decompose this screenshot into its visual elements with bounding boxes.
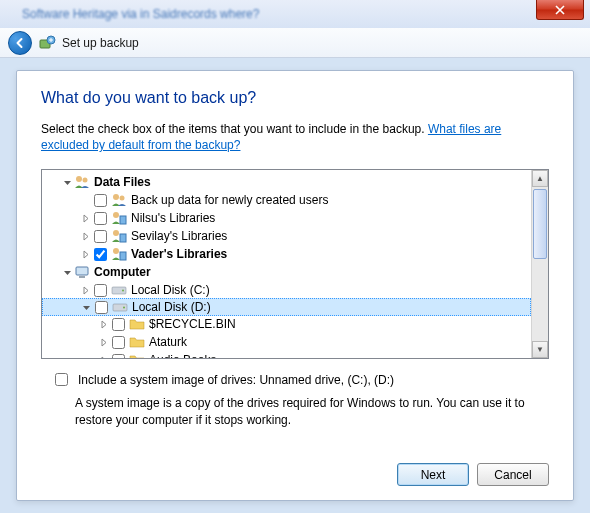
svg-rect-11 bbox=[120, 252, 126, 260]
scroll-down-button[interactable]: ▼ bbox=[532, 341, 548, 358]
scroll-track[interactable] bbox=[532, 187, 548, 341]
node-label: Sevilay's Libraries bbox=[131, 229, 227, 243]
scroll-thumb[interactable] bbox=[533, 189, 547, 259]
svg-point-3 bbox=[83, 178, 88, 183]
checkbox-ataturk[interactable] bbox=[112, 336, 125, 349]
close-button[interactable] bbox=[536, 0, 584, 20]
svg-point-2 bbox=[76, 176, 82, 182]
collapse-icon[interactable] bbox=[60, 175, 74, 189]
tree-node-computer[interactable]: Computer bbox=[42, 263, 531, 281]
node-label: Data Files bbox=[94, 175, 151, 189]
user-libraries-icon bbox=[111, 246, 127, 262]
instruction-prefix: Select the check box of the items that y… bbox=[41, 122, 428, 136]
next-button[interactable]: Next bbox=[397, 463, 469, 486]
checkbox-new-users[interactable] bbox=[94, 194, 107, 207]
checkbox-system-image[interactable] bbox=[55, 373, 68, 386]
cancel-button[interactable]: Cancel bbox=[477, 463, 549, 486]
expand-icon[interactable] bbox=[78, 229, 92, 243]
svg-rect-9 bbox=[120, 234, 126, 242]
checkbox-d-drive[interactable] bbox=[95, 301, 108, 314]
header-title: Set up backup bbox=[62, 36, 139, 50]
back-arrow-icon bbox=[14, 37, 26, 49]
checkbox-audio[interactable] bbox=[112, 354, 125, 359]
user-libraries-icon bbox=[111, 228, 127, 244]
header-bar: Set up backup bbox=[0, 28, 590, 58]
svg-point-8 bbox=[113, 230, 119, 236]
computer-icon bbox=[74, 264, 90, 280]
folder-icon bbox=[129, 316, 145, 332]
tree-node-new-users[interactable]: Back up data for newly created users bbox=[42, 191, 531, 209]
collapse-icon[interactable] bbox=[60, 265, 74, 279]
checkbox-recycle[interactable] bbox=[112, 318, 125, 331]
svg-point-4 bbox=[113, 194, 119, 200]
backup-icon bbox=[38, 34, 56, 52]
checkbox-nilsu[interactable] bbox=[94, 212, 107, 225]
node-label: Back up data for newly created users bbox=[131, 193, 328, 207]
node-label: Computer bbox=[94, 265, 151, 279]
tree-node-nilsu[interactable]: Nilsu's Libraries bbox=[42, 209, 531, 227]
user-libraries-icon bbox=[111, 210, 127, 226]
folder-icon bbox=[129, 334, 145, 350]
collapse-icon[interactable] bbox=[79, 300, 93, 314]
drive-icon bbox=[111, 282, 127, 298]
node-label: Ataturk bbox=[149, 335, 187, 349]
backup-tree: Data Files Back up data for newly create… bbox=[41, 169, 549, 359]
node-label: Local Disk (C:) bbox=[131, 283, 210, 297]
svg-rect-13 bbox=[79, 276, 85, 278]
svg-rect-7 bbox=[120, 216, 126, 224]
expand-icon[interactable] bbox=[96, 335, 110, 349]
button-row: Next Cancel bbox=[41, 453, 549, 486]
instruction-text: Select the check box of the items that y… bbox=[41, 121, 549, 153]
svg-rect-12 bbox=[76, 267, 88, 275]
checkbox-sevilay[interactable] bbox=[94, 230, 107, 243]
tree-node-audio[interactable]: Audio Books bbox=[42, 351, 531, 358]
users-icon bbox=[111, 192, 127, 208]
svg-point-5 bbox=[120, 196, 125, 201]
node-label: $RECYCLE.BIN bbox=[149, 317, 236, 331]
scrollbar[interactable]: ▲ ▼ bbox=[531, 170, 548, 358]
scroll-up-button[interactable]: ▲ bbox=[532, 170, 548, 187]
expand-icon[interactable] bbox=[78, 283, 92, 297]
node-label: Audio Books bbox=[149, 353, 216, 358]
expand-icon[interactable] bbox=[96, 353, 110, 358]
title-bar: Software Heritage via in Saidrecords whe… bbox=[0, 0, 590, 28]
tree-node-d-drive[interactable]: Local Disk (D:) bbox=[42, 298, 531, 316]
close-icon bbox=[555, 5, 565, 15]
page-heading: What do you want to back up? bbox=[41, 89, 549, 107]
svg-point-6 bbox=[113, 212, 119, 218]
drive-icon bbox=[112, 299, 128, 315]
system-image-label: Include a system image of drives: Unname… bbox=[78, 373, 394, 387]
svg-point-17 bbox=[123, 307, 125, 309]
tree-node-ataturk[interactable]: Ataturk bbox=[42, 333, 531, 351]
svg-point-15 bbox=[122, 290, 124, 292]
checkbox-vader[interactable] bbox=[94, 248, 107, 261]
folder-icon bbox=[129, 352, 145, 358]
tree-node-sevilay[interactable]: Sevilay's Libraries bbox=[42, 227, 531, 245]
back-button[interactable] bbox=[8, 31, 32, 55]
system-image-section: Include a system image of drives: Unname… bbox=[41, 373, 549, 427]
node-label: Local Disk (D:) bbox=[132, 300, 211, 314]
node-label: Vader's Libraries bbox=[131, 247, 227, 261]
checkbox-c-drive[interactable] bbox=[94, 284, 107, 297]
expand-icon[interactable] bbox=[96, 317, 110, 331]
wizard-panel: What do you want to back up? Select the … bbox=[16, 70, 574, 501]
system-image-description: A system image is a copy of the drives r… bbox=[75, 395, 549, 427]
expand-icon[interactable] bbox=[78, 211, 92, 225]
window-title: Software Heritage via in Saidrecords whe… bbox=[22, 7, 259, 21]
expand-icon[interactable] bbox=[78, 247, 92, 261]
users-icon bbox=[74, 174, 90, 190]
node-label: Nilsu's Libraries bbox=[131, 211, 215, 225]
tree-node-c-drive[interactable]: Local Disk (C:) bbox=[42, 281, 531, 299]
tree-node-recycle[interactable]: $RECYCLE.BIN bbox=[42, 315, 531, 333]
tree-node-data-files[interactable]: Data Files bbox=[42, 173, 531, 191]
tree-content: Data Files Back up data for newly create… bbox=[42, 170, 531, 358]
tree-node-vader[interactable]: Vader's Libraries bbox=[42, 245, 531, 263]
svg-point-10 bbox=[113, 248, 119, 254]
